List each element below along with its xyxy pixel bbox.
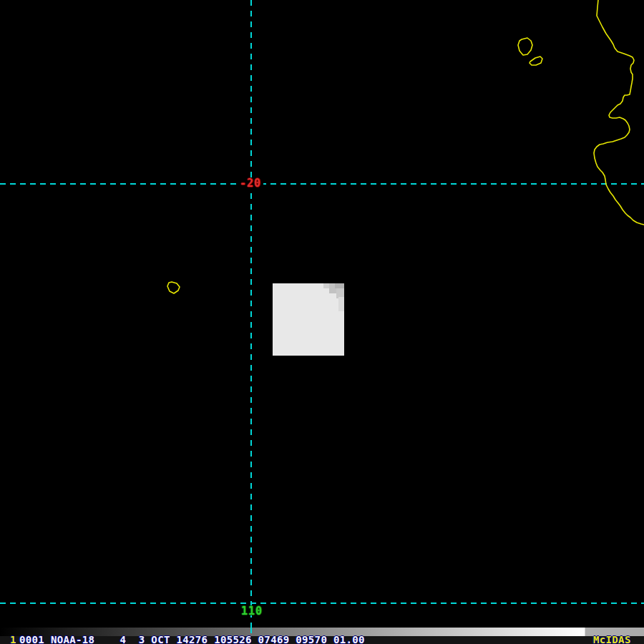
latitude-label: -20	[238, 177, 263, 189]
image-info-text: 0001 NOAA-18 4 3 OCT 14276 105526 07469 …	[19, 636, 365, 644]
latitude-gridline-bottom	[0, 602, 644, 604]
mcidas-window: -20 110 1 0001 NOAA-18 4 3 OCT 14276 105…	[0, 0, 644, 644]
mcidas-brand-label: McIDAS	[593, 636, 631, 644]
longitude-label: 110	[241, 605, 263, 617]
satellite-data-swath[interactable]	[273, 283, 344, 356]
island-outline	[518, 38, 532, 55]
status-bar: 1 0001 NOAA-18 4 3 OCT 14276 105526 0746…	[0, 636, 644, 644]
satellite-image-display[interactable]: -20 110	[0, 0, 644, 628]
frame-number: 1	[10, 636, 16, 644]
island-outline	[530, 57, 542, 65]
island-outline	[167, 282, 180, 293]
coastline-mainland	[594, 0, 644, 225]
swath-shade-patch	[338, 297, 344, 311]
swath-shade-patch	[335, 283, 344, 288]
longitude-gridline	[250, 0, 252, 628]
latitude-gridline	[0, 183, 644, 185]
gridline-tick	[250, 628, 252, 633]
